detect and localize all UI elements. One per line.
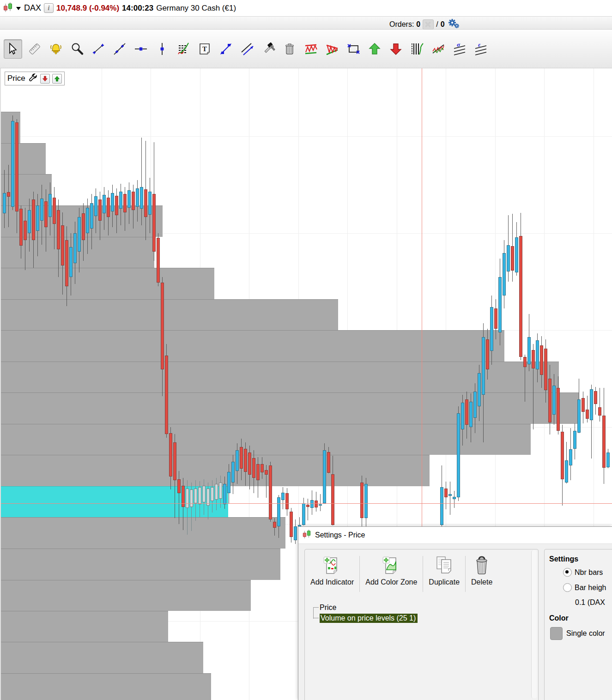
candle-body-down bbox=[602, 416, 606, 468]
ruler-tool-icon[interactable] bbox=[26, 40, 43, 58]
duplicate-button[interactable]: Duplicate bbox=[423, 554, 465, 587]
candle-body-down bbox=[315, 501, 318, 507]
candle-body-up bbox=[277, 497, 280, 526]
candle-body-down bbox=[265, 470, 268, 475]
candle-body-down bbox=[107, 198, 110, 217]
zoom-magnifier-tool-icon[interactable] bbox=[68, 40, 86, 58]
candle-body-up bbox=[223, 484, 226, 504]
vertical-line-tool-icon[interactable] bbox=[153, 40, 171, 58]
candle-body-pale bbox=[202, 486, 206, 502]
symbol-dropdown-icon[interactable] bbox=[16, 4, 21, 12]
price-panel-header: Price bbox=[5, 72, 65, 85]
candle-wick bbox=[141, 138, 142, 225]
settings-dialog[interactable]: Settings - Price Add IndicatorAdd Color … bbox=[298, 526, 612, 700]
candle-body-pale bbox=[190, 489, 193, 507]
list-scrollbar[interactable] bbox=[531, 550, 537, 698]
candle-body-down bbox=[157, 238, 160, 283]
candle-body-up bbox=[457, 413, 460, 497]
candle-wick bbox=[600, 388, 600, 422]
cursor-tool-icon[interactable] bbox=[4, 39, 22, 59]
candle-body-up bbox=[281, 493, 285, 500]
segment-tool-icon[interactable] bbox=[90, 40, 107, 58]
arrow-up-tool-icon[interactable] bbox=[366, 40, 383, 58]
trend-detection-tool-icon[interactable] bbox=[430, 40, 447, 58]
color-swatch[interactable] bbox=[550, 627, 563, 640]
candle-body-down bbox=[169, 433, 172, 477]
orders-settings-gear-icon[interactable] bbox=[447, 18, 460, 31]
candle-body-up bbox=[48, 194, 52, 217]
channel-pattern-tool-icon[interactable] bbox=[302, 40, 320, 58]
candle-body-up bbox=[236, 450, 239, 471]
candle-body-down bbox=[360, 483, 364, 518]
candle-body-down bbox=[44, 201, 48, 227]
triangle-pattern-tool-icon[interactable] bbox=[323, 40, 341, 58]
horizontal-line-tool-icon[interactable] bbox=[132, 40, 150, 58]
scale-arrows-tool-icon[interactable] bbox=[217, 40, 235, 58]
volume-profile-row bbox=[1, 549, 280, 580]
candle-body-down bbox=[256, 464, 260, 480]
candle-body-up bbox=[552, 386, 556, 415]
price-panel-label: Price bbox=[7, 74, 25, 83]
tree-item[interactable]: Price bbox=[313, 602, 538, 613]
dialog-toolbar: Add IndicatorAdd Color ZoneDuplicateDele… bbox=[305, 549, 538, 592]
candle-body-down bbox=[173, 442, 176, 480]
volume-profile-row bbox=[1, 455, 430, 486]
bar-height-radio-row[interactable]: Bar heigh bbox=[563, 583, 612, 592]
arrow-down-tool-icon[interactable] bbox=[387, 40, 405, 58]
info-icon[interactable]: i bbox=[44, 3, 54, 13]
candle-body-pale bbox=[211, 487, 214, 501]
candle-body-down bbox=[594, 391, 597, 404]
symbol-label[interactable]: DAX bbox=[24, 3, 41, 13]
cancel-orders-icon[interactable] bbox=[423, 19, 434, 30]
candle-body-down bbox=[98, 199, 102, 221]
candle-body-up bbox=[140, 187, 143, 209]
candlestick-icon bbox=[302, 529, 311, 542]
nbr-bars-radio-row[interactable]: Nbr bars bbox=[563, 568, 612, 577]
drawing-toolbar: Tσε bbox=[0, 30, 612, 68]
candle-body-down bbox=[57, 210, 60, 249]
candle-body-down bbox=[15, 122, 18, 211]
indicator-settings-tool-icon[interactable] bbox=[175, 40, 192, 58]
rectangle-zone-tool-icon[interactable] bbox=[345, 40, 362, 58]
candle-body-up bbox=[565, 460, 568, 483]
export-down-icon[interactable] bbox=[40, 74, 50, 84]
candle-body-up bbox=[527, 337, 531, 364]
candle-body-down bbox=[331, 474, 334, 525]
parallel-lines-tool-icon[interactable] bbox=[238, 40, 256, 58]
epsilon-lines-tool-icon[interactable]: ε bbox=[472, 40, 490, 58]
export-up-icon[interactable] bbox=[52, 74, 62, 84]
volume-profile-tool-icon[interactable] bbox=[408, 40, 426, 58]
candle-body-down bbox=[444, 489, 448, 497]
single-color-row[interactable]: Single color bbox=[550, 627, 612, 640]
add-color-zone-button[interactable]: Add Color Zone bbox=[360, 554, 423, 587]
candle-body-up bbox=[78, 217, 81, 252]
add-indicator-button[interactable]: Add Indicator bbox=[305, 554, 359, 587]
bar-height-label: Bar heigh bbox=[575, 584, 606, 592]
wrench-icon[interactable] bbox=[28, 72, 38, 85]
nbr-bars-radio[interactable] bbox=[563, 568, 572, 577]
candle-body-up bbox=[515, 237, 518, 272]
alarm-bell-tool-icon[interactable] bbox=[47, 40, 65, 58]
candle-body-down bbox=[511, 246, 514, 271]
delete-trash-icon bbox=[472, 555, 492, 576]
text-note-tool-icon[interactable]: T bbox=[196, 40, 213, 58]
tree-connector bbox=[313, 618, 319, 618]
trash-tool-icon[interactable] bbox=[281, 40, 298, 58]
bar-height-radio[interactable] bbox=[563, 583, 572, 592]
trendline-tool-icon[interactable] bbox=[111, 40, 128, 58]
delete-button[interactable]: Delete bbox=[466, 554, 498, 587]
settings-dialog-titlebar[interactable]: Settings - Price bbox=[298, 527, 612, 544]
crosshair-horizontal-line bbox=[1, 503, 612, 504]
candle-body-up bbox=[507, 245, 510, 272]
sigma-lines-tool-icon[interactable]: σ bbox=[451, 40, 468, 58]
instrument-title-bar: DAX i 10,748.9 (-0.94%) 14:00:23 Germany… bbox=[0, 0, 612, 17]
candle-body-down bbox=[244, 449, 247, 472]
candle-body-down bbox=[557, 388, 560, 431]
candle-body-down bbox=[24, 221, 27, 240]
candle-body-pale bbox=[186, 489, 189, 508]
candle-wick bbox=[320, 494, 321, 511]
candle-body-up bbox=[36, 205, 39, 231]
tree-item-selected[interactable]: Volume on price levels (25 1) bbox=[313, 613, 538, 623]
orders-separator: / bbox=[436, 20, 438, 29]
tools-tool-icon[interactable] bbox=[260, 40, 277, 58]
